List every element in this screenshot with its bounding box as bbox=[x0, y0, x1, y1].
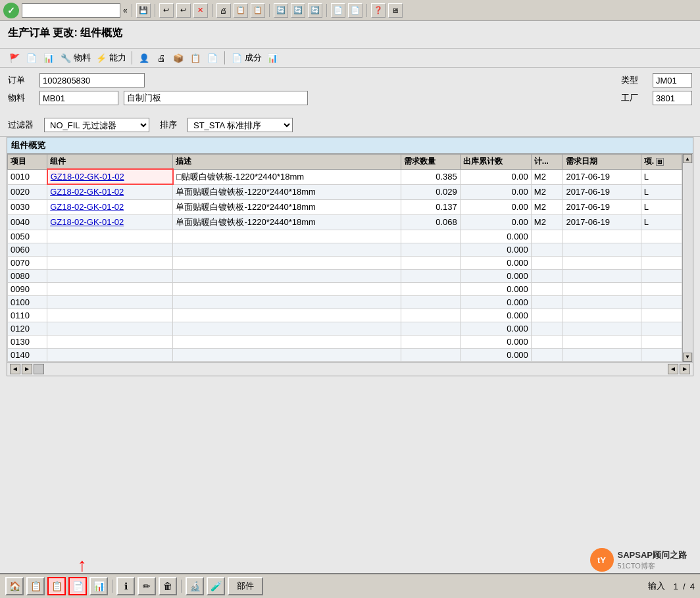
table-row[interactable]: 00900.000 bbox=[8, 282, 682, 295]
cell-unit bbox=[531, 348, 563, 361]
sort-label: 排序 bbox=[160, 119, 177, 131]
table-row[interactable]: 00600.000 bbox=[8, 243, 682, 256]
redo-btn[interactable]: ↩ bbox=[176, 3, 191, 18]
plant-input[interactable] bbox=[653, 91, 692, 105]
capacity-menu-btn[interactable]: ⚡ 能力 bbox=[95, 51, 126, 64]
undo-btn[interactable]: ↩ bbox=[159, 3, 174, 18]
cell-qty bbox=[401, 282, 460, 295]
cell-col: L bbox=[641, 169, 682, 184]
cell-desc bbox=[173, 335, 401, 348]
table-row[interactable]: 00700.000 bbox=[8, 256, 682, 269]
cell-col bbox=[641, 335, 682, 348]
table-row[interactable]: 00500.000 bbox=[8, 230, 682, 243]
cell-unit: M2 bbox=[531, 199, 563, 214]
scroll-right2-btn[interactable]: ► bbox=[680, 364, 690, 374]
menu-item4[interactable]: 📋 bbox=[189, 51, 202, 64]
help-btn[interactable]: ❓ bbox=[371, 3, 386, 18]
cell-unit bbox=[531, 335, 563, 348]
divider1 bbox=[132, 4, 132, 17]
cell-component[interactable]: GZ18-02-GK-01-02 bbox=[47, 214, 173, 230]
table-row[interactable]: 01100.000 bbox=[8, 309, 682, 322]
flag-btn[interactable]: 🚩 bbox=[8, 51, 21, 64]
table-row[interactable]: 01200.000 bbox=[8, 322, 682, 335]
capacity-label: 能力 bbox=[109, 52, 126, 64]
back-bottom-btn[interactable]: 📋 bbox=[26, 577, 45, 595]
monitor-btn[interactable]: 🖥 bbox=[388, 3, 403, 18]
horizontal-scroll-area: ◄ ► ◄ ► bbox=[7, 362, 693, 376]
order-input[interactable] bbox=[39, 73, 145, 87]
sort-select[interactable]: ST_STA 标准排序 bbox=[188, 118, 293, 132]
material-desc-input[interactable] bbox=[124, 91, 308, 105]
arrow-indicator: ↑ bbox=[78, 555, 87, 576]
menu-divider2 bbox=[224, 51, 225, 64]
test-btn[interactable]: 🧪 bbox=[207, 577, 225, 595]
home-bottom-btn[interactable]: 🏠 bbox=[5, 577, 24, 595]
filter-select[interactable]: NO_FIL 无过滤器 bbox=[44, 118, 149, 132]
cell-component[interactable]: GZ18-02-GK-01-02 bbox=[47, 169, 173, 184]
part-btn[interactable]: 部件 bbox=[228, 577, 263, 595]
vertical-scrollbar[interactable]: ▲ ▼ bbox=[682, 154, 693, 362]
ingredient-btn[interactable]: 📄 成分 bbox=[230, 51, 262, 64]
btn4[interactable]: 📄 bbox=[68, 577, 87, 595]
delete-btn[interactable]: 🗑 bbox=[159, 577, 177, 595]
menu-item3[interactable]: 📦 bbox=[172, 51, 185, 64]
menu-item5[interactable]: 📄 bbox=[206, 51, 219, 64]
column-config-icon[interactable]: ⊞ bbox=[656, 158, 664, 166]
cell-col bbox=[641, 309, 682, 322]
type-input[interactable] bbox=[653, 73, 692, 87]
page2-btn[interactable]: 📄 bbox=[348, 3, 362, 18]
material-menu-btn[interactable]: 🔧 物料 bbox=[59, 51, 91, 64]
print2-btn[interactable]: 🖨 bbox=[155, 51, 168, 64]
user-btn[interactable]: 👤 bbox=[138, 51, 151, 64]
cancel-btn[interactable]: ✕ bbox=[193, 3, 208, 18]
filter-label: 过滤器 bbox=[8, 119, 34, 131]
page1-btn[interactable]: 📄 bbox=[331, 3, 345, 18]
table-row[interactable]: 0020GZ18-02-GK-01-02单面贴暖白镀铁板-1220*2440*1… bbox=[8, 184, 682, 199]
scroll-left-btn[interactable]: ◄ bbox=[10, 364, 20, 374]
science-btn[interactable]: 🔬 bbox=[186, 577, 204, 595]
nav-back-btn[interactable]: « bbox=[123, 6, 128, 15]
table-row[interactable]: 01000.000 bbox=[8, 295, 682, 309]
cell-desc bbox=[173, 282, 401, 295]
table-row[interactable]: 01300.000 bbox=[8, 335, 682, 348]
cell-item: 0120 bbox=[8, 322, 47, 335]
table-row[interactable]: 0040GZ18-02-GK-01-02单面贴暖白镀铁板-1220*2440*1… bbox=[8, 214, 682, 230]
cell-item: 0060 bbox=[8, 243, 47, 256]
edit-btn[interactable]: ✏ bbox=[138, 577, 156, 595]
btn5[interactable]: 📊 bbox=[89, 577, 108, 595]
cell-component[interactable]: GZ18-02-GK-01-02 bbox=[47, 199, 173, 214]
cell-item: 0130 bbox=[8, 335, 47, 348]
calc-btn[interactable]: 📊 bbox=[42, 51, 55, 64]
user-icon: 👤 bbox=[138, 51, 151, 64]
table-row[interactable]: 01400.000 bbox=[8, 348, 682, 361]
cell-date bbox=[563, 230, 641, 243]
save-btn[interactable]: 💾 bbox=[136, 3, 151, 18]
cell-issued: 0.00 bbox=[460, 184, 531, 199]
table-row[interactable]: 0030GZ18-02-GK-01-02单面贴暖白镀铁板-1220*2440*1… bbox=[8, 199, 682, 214]
print-btn[interactable]: 🖨 bbox=[216, 3, 231, 18]
cell-col bbox=[641, 348, 682, 361]
scroll-down-btn[interactable]: ▼ bbox=[683, 353, 692, 362]
info-btn[interactable]: ℹ bbox=[116, 577, 135, 595]
confirm-button[interactable]: ✓ bbox=[3, 3, 19, 18]
material-input[interactable] bbox=[39, 91, 118, 105]
scroll-up-btn[interactable]: ▲ bbox=[683, 154, 692, 163]
clipboard1-btn[interactable]: 📋 bbox=[234, 3, 248, 18]
clipboard2-btn[interactable]: 📋 bbox=[251, 3, 265, 18]
scroll-right-btn[interactable]: ► bbox=[22, 364, 32, 374]
command-input[interactable] bbox=[22, 3, 120, 18]
refresh2-btn[interactable]: 🔄 bbox=[291, 3, 305, 18]
extra-btn[interactable]: 📊 bbox=[266, 51, 279, 64]
cell-item: 0070 bbox=[8, 256, 47, 269]
doc-btn[interactable]: 📄 bbox=[25, 51, 38, 64]
refresh1-btn[interactable]: 🔄 bbox=[274, 3, 288, 18]
table-row[interactable]: 00800.000 bbox=[8, 269, 682, 282]
scroll-left2-btn[interactable]: ◄ bbox=[668, 364, 678, 374]
refresh3-btn[interactable]: 🔄 bbox=[308, 3, 322, 18]
btn3[interactable]: 📋 bbox=[47, 577, 66, 595]
cell-item: 0100 bbox=[8, 295, 47, 309]
cell-unit bbox=[531, 243, 563, 256]
plant-label: 工厂 bbox=[621, 92, 647, 104]
cell-component[interactable]: GZ18-02-GK-01-02 bbox=[47, 184, 173, 199]
table-row[interactable]: 0010GZ18-02-GK-01-02□贴暖白镀铁板-1220*2440*18… bbox=[8, 169, 682, 184]
